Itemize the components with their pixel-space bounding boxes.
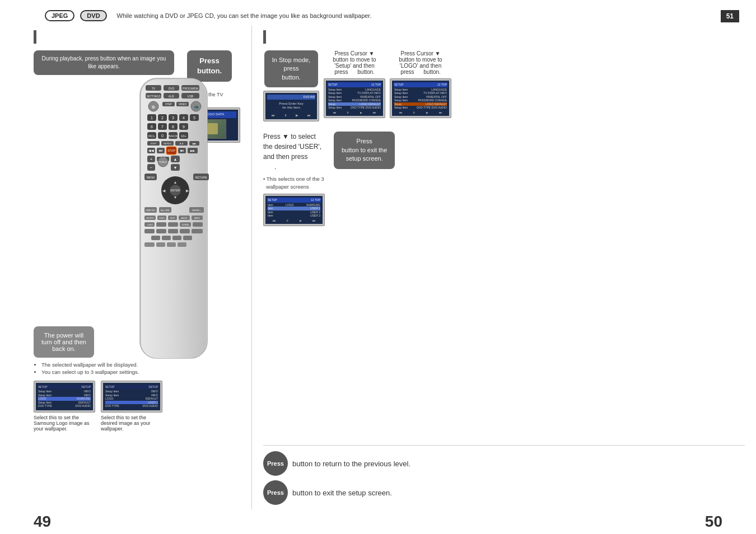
svg-rect-122 [156,242,165,247]
svg-text:STEP: STEP [165,103,172,106]
svg-text:📺: 📺 [194,105,199,109]
wallpaper-option-2: SETUPSETUP Setup ItemINFO Setup ItemINFO… [101,381,162,432]
svg-text:SKIP: SKIP [170,217,175,219]
logo-inner: SETUP12 TOP Setup ItemLANGUAGE Setup Ite… [392,81,449,116]
svg-text:AUDIO: AUDIO [181,217,187,219]
middle-row: Press ▼ to selectthe desired 'USER',and … [263,132,745,226]
power-note-box: The power willturn off and thenback on. [34,326,94,358]
svg-text:8: 8 [172,125,174,129]
right-section-header [263,30,745,44]
svg-text:4: 4 [183,116,185,120]
svg-text:STEP: STEP [151,142,157,145]
select-note: • This selects one of the 3 wallpaper sc… [263,175,325,190]
header-description: While watching a DVD or JPEG CD, you can… [117,12,372,19]
setup-screen: SETUP12 TOP Setup ItemLANGUAGE Setup Ite… [324,78,385,118]
svg-text:10+: 10+ [181,134,187,138]
press-row-1: Press button to return to the previous l… [263,451,745,476]
wallpaper-options: SETUPSETUP Setup ItemINFO Setup ItemINFO… [34,381,240,432]
svg-text:SAM SEL: SAM SEL [146,209,156,212]
svg-text:▲: ▲ [174,157,178,161]
remote-container: TV DVD PROG/MEM SETTINGS AUX USB ⏻ [129,73,218,387]
svg-text:SA BRL+: SA BRL+ [192,209,202,212]
svg-rect-115 [180,229,190,233]
svg-text:FEED: FEED [159,217,165,219]
page-num-left: 49 [34,513,51,531]
press2-desc: button to exit the setup screen. [292,489,392,497]
user-inner: SETUP12 TOP ItemLOGOSAMSUNG ItemUSER 1 I… [265,196,323,224]
svg-text:RATIO: RATIO [194,217,200,219]
svg-text:Sam BRL: Sam BRL [160,209,170,212]
svg-text:◀◀: ◀◀ [148,149,154,152]
svg-rect-116 [192,229,203,233]
svg-rect-120 [183,236,192,240]
svg-text:1: 1 [151,116,153,120]
cursor-step-1: Press Cursor ▼button to move to'Setup' a… [324,50,385,118]
cursor-step2-text: Press Cursor ▼button to move to'LOGO' an… [399,50,442,75]
svg-rect-111 [193,222,203,227]
svg-text:6: 6 [151,125,153,129]
svg-text:▶▶: ▶▶ [190,149,195,152]
page-num-right-bottom: 50 [705,513,722,531]
page-num-right: 51 [721,10,739,22]
section-bar-left [34,30,36,44]
svg-rect-106 [156,222,166,227]
svg-text:2: 2 [161,116,164,120]
press-button-1[interactable]: Press [263,451,288,476]
svg-rect-123 [167,242,176,247]
badge-jpeg: JPEG [45,10,74,21]
svg-text:USB: USB [188,95,194,98]
svg-text:BACK: BACK [169,134,178,138]
select-user-text: Press ▼ to selectthe desired 'USER',and … [263,132,325,172]
svg-text:5: 5 [193,116,195,120]
page-numbers: 49 50 [0,509,756,534]
svg-text:9: 9 [183,125,185,129]
svg-text:MENU: MENU [147,176,155,179]
svg-rect-124 [178,242,186,247]
stop-mode-step: In Stop mode,pressbutton. DVD-RW Press E… [263,50,319,121]
left-content: During playback, press button when an im… [0,26,252,509]
page-container: 51 JPEG DVD While watching a DVD or JPEG… [0,0,756,534]
svg-text:⏭: ⏭ [180,149,184,152]
left-section-header [34,30,240,44]
svg-text:SETTINGS: SETTINGS [146,95,161,98]
svg-text:▼: ▼ [174,195,178,199]
main-layout: During playback, press button when an im… [0,26,756,509]
svg-text:▲: ▲ [174,180,178,184]
right-steps-top: In Stop mode,pressbutton. DVD-RW Press E… [263,50,745,121]
header: JPEG DVD While watching a DVD or JPEG CD… [0,0,756,26]
tv-inner-1: SETUPSETUP Setup ItemINFO Setup ItemINFO… [36,383,93,410]
exit-label: Pressbutton to exit thesetup screen. [334,132,395,168]
badge-dvd: DVD [80,10,106,21]
svg-text:▶▶: ▶▶ [193,142,197,145]
svg-text:LOGO: LOGO [147,224,153,226]
svg-text:SURND: SURND [182,224,189,226]
svg-text:⏻: ⏻ [152,105,155,109]
svg-text:▼: ▼ [174,166,178,170]
wallpaper1-desc: Select this to set the Samsung Logo imag… [34,415,95,432]
cursor-step1-text: Press Cursor ▼button to move to'Setup' a… [333,50,376,75]
svg-rect-117 [151,236,160,240]
stop-inner: DVD-RW Press Enter Keyfor this Item ⏮ ⏸ … [265,93,317,119]
svg-rect-118 [162,236,171,240]
section-bar-right [263,30,266,44]
svg-rect-108 [168,222,178,227]
svg-text:TONE▼: TONE▼ [159,161,167,163]
step1-label: During playback, press button when an im… [34,50,174,75]
setup-inner: SETUP12 TOP Setup ItemLANGUAGE Setup Ite… [326,81,383,116]
press1-desc: button to return to the previous level. [292,460,410,468]
select-user-step: Press ▼ to selectthe desired 'USER',and … [263,132,325,226]
wallpaper2-desc: Select this to set the desired image as … [101,415,162,432]
svg-rect-114 [168,229,178,233]
bottom-press-area: Press button to return to the previous l… [263,445,745,505]
cursor-step-2: Press Cursor ▼button to move to'LOGO' an… [390,50,451,118]
stop-screen: DVD-RW Press Enter Keyfor this Item ⏮ ⏸ … [263,91,319,121]
exit-step: Pressbutton to exit thesetup screen. [334,132,395,168]
svg-rect-112 [144,229,155,233]
wallpaper-option-1: SETUPSETUP Setup ItemINFO Setup ItemINFO… [34,381,95,432]
svg-text:−: − [150,165,153,170]
press-button-2[interactable]: Press [263,480,288,505]
svg-text:VIDEO: VIDEO [179,103,187,106]
svg-rect-113 [156,229,166,233]
svg-text:RETURN: RETURN [195,176,207,179]
svg-text:RCL: RCL [148,134,156,138]
